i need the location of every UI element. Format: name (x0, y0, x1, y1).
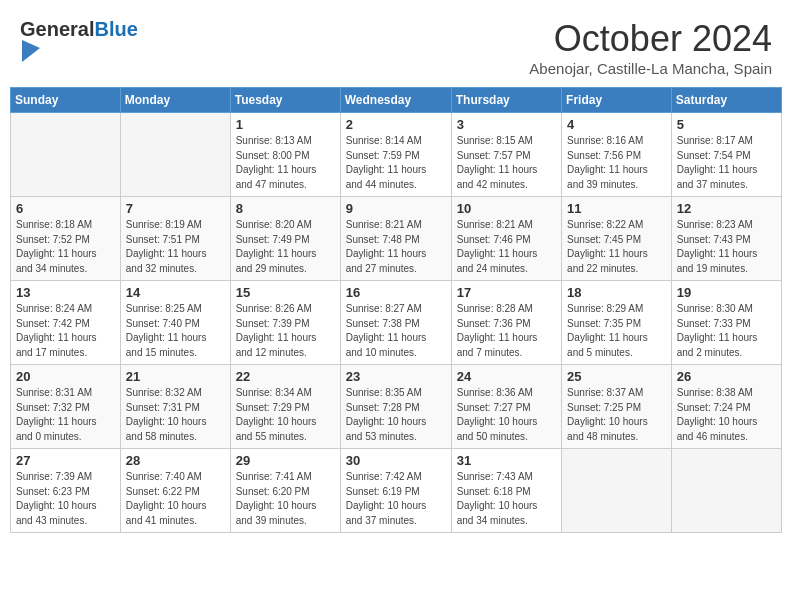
col-header-tuesday: Tuesday (230, 88, 340, 113)
header-row: SundayMondayTuesdayWednesdayThursdayFrid… (11, 88, 782, 113)
day-info: Sunrise: 8:27 AM Sunset: 7:38 PM Dayligh… (346, 302, 446, 360)
day-cell: 31Sunrise: 7:43 AM Sunset: 6:18 PM Dayli… (451, 449, 561, 533)
day-info: Sunrise: 8:26 AM Sunset: 7:39 PM Dayligh… (236, 302, 335, 360)
col-header-wednesday: Wednesday (340, 88, 451, 113)
day-cell: 26Sunrise: 8:38 AM Sunset: 7:24 PM Dayli… (671, 365, 781, 449)
day-number: 28 (126, 453, 225, 468)
day-info: Sunrise: 8:15 AM Sunset: 7:57 PM Dayligh… (457, 134, 556, 192)
day-cell: 4Sunrise: 8:16 AM Sunset: 7:56 PM Daylig… (562, 113, 672, 197)
svg-marker-0 (22, 40, 40, 62)
day-number: 31 (457, 453, 556, 468)
day-cell: 15Sunrise: 8:26 AM Sunset: 7:39 PM Dayli… (230, 281, 340, 365)
day-info: Sunrise: 7:42 AM Sunset: 6:19 PM Dayligh… (346, 470, 446, 528)
week-row-1: 1Sunrise: 8:13 AM Sunset: 8:00 PM Daylig… (11, 113, 782, 197)
day-number: 2 (346, 117, 446, 132)
day-cell (11, 113, 121, 197)
col-header-thursday: Thursday (451, 88, 561, 113)
day-number: 10 (457, 201, 556, 216)
day-info: Sunrise: 8:13 AM Sunset: 8:00 PM Dayligh… (236, 134, 335, 192)
day-info: Sunrise: 8:38 AM Sunset: 7:24 PM Dayligh… (677, 386, 776, 444)
day-number: 22 (236, 369, 335, 384)
month-title: October 2024 (529, 18, 772, 60)
day-cell: 11Sunrise: 8:22 AM Sunset: 7:45 PM Dayli… (562, 197, 672, 281)
day-number: 18 (567, 285, 666, 300)
day-info: Sunrise: 8:14 AM Sunset: 7:59 PM Dayligh… (346, 134, 446, 192)
day-cell (562, 449, 672, 533)
day-number: 21 (126, 369, 225, 384)
day-info: Sunrise: 8:19 AM Sunset: 7:51 PM Dayligh… (126, 218, 225, 276)
day-cell: 16Sunrise: 8:27 AM Sunset: 7:38 PM Dayli… (340, 281, 451, 365)
day-cell: 21Sunrise: 8:32 AM Sunset: 7:31 PM Dayli… (120, 365, 230, 449)
day-info: Sunrise: 8:31 AM Sunset: 7:32 PM Dayligh… (16, 386, 115, 444)
col-header-friday: Friday (562, 88, 672, 113)
day-cell: 14Sunrise: 8:25 AM Sunset: 7:40 PM Dayli… (120, 281, 230, 365)
title-area: October 2024 Abenojar, Castille-La Manch… (529, 18, 772, 77)
day-cell: 6Sunrise: 8:18 AM Sunset: 7:52 PM Daylig… (11, 197, 121, 281)
week-row-2: 6Sunrise: 8:18 AM Sunset: 7:52 PM Daylig… (11, 197, 782, 281)
day-number: 20 (16, 369, 115, 384)
col-header-saturday: Saturday (671, 88, 781, 113)
week-row-4: 20Sunrise: 8:31 AM Sunset: 7:32 PM Dayli… (11, 365, 782, 449)
day-cell: 13Sunrise: 8:24 AM Sunset: 7:42 PM Dayli… (11, 281, 121, 365)
day-number: 27 (16, 453, 115, 468)
page-header: GeneralBlue October 2024 Abenojar, Casti… (10, 10, 782, 83)
day-number: 1 (236, 117, 335, 132)
logo-text: GeneralBlue (20, 18, 138, 40)
day-info: Sunrise: 8:20 AM Sunset: 7:49 PM Dayligh… (236, 218, 335, 276)
day-info: Sunrise: 8:22 AM Sunset: 7:45 PM Dayligh… (567, 218, 666, 276)
week-row-3: 13Sunrise: 8:24 AM Sunset: 7:42 PM Dayli… (11, 281, 782, 365)
day-number: 13 (16, 285, 115, 300)
day-number: 7 (126, 201, 225, 216)
day-cell (120, 113, 230, 197)
day-cell: 19Sunrise: 8:30 AM Sunset: 7:33 PM Dayli… (671, 281, 781, 365)
day-info: Sunrise: 8:35 AM Sunset: 7:28 PM Dayligh… (346, 386, 446, 444)
day-number: 17 (457, 285, 556, 300)
day-info: Sunrise: 8:18 AM Sunset: 7:52 PM Dayligh… (16, 218, 115, 276)
day-info: Sunrise: 7:40 AM Sunset: 6:22 PM Dayligh… (126, 470, 225, 528)
day-number: 14 (126, 285, 225, 300)
day-number: 8 (236, 201, 335, 216)
day-cell: 8Sunrise: 8:20 AM Sunset: 7:49 PM Daylig… (230, 197, 340, 281)
day-number: 12 (677, 201, 776, 216)
day-info: Sunrise: 8:28 AM Sunset: 7:36 PM Dayligh… (457, 302, 556, 360)
day-info: Sunrise: 8:21 AM Sunset: 7:48 PM Dayligh… (346, 218, 446, 276)
day-cell: 30Sunrise: 7:42 AM Sunset: 6:19 PM Dayli… (340, 449, 451, 533)
day-number: 9 (346, 201, 446, 216)
day-info: Sunrise: 8:32 AM Sunset: 7:31 PM Dayligh… (126, 386, 225, 444)
day-cell: 5Sunrise: 8:17 AM Sunset: 7:54 PM Daylig… (671, 113, 781, 197)
day-cell: 12Sunrise: 8:23 AM Sunset: 7:43 PM Dayli… (671, 197, 781, 281)
day-info: Sunrise: 8:25 AM Sunset: 7:40 PM Dayligh… (126, 302, 225, 360)
day-info: Sunrise: 8:36 AM Sunset: 7:27 PM Dayligh… (457, 386, 556, 444)
location-title: Abenojar, Castille-La Mancha, Spain (529, 60, 772, 77)
day-number: 29 (236, 453, 335, 468)
day-number: 6 (16, 201, 115, 216)
logo-blue: Blue (94, 18, 137, 40)
col-header-sunday: Sunday (11, 88, 121, 113)
day-info: Sunrise: 7:41 AM Sunset: 6:20 PM Dayligh… (236, 470, 335, 528)
day-number: 5 (677, 117, 776, 132)
day-number: 30 (346, 453, 446, 468)
day-cell: 20Sunrise: 8:31 AM Sunset: 7:32 PM Dayli… (11, 365, 121, 449)
day-number: 23 (346, 369, 446, 384)
day-cell: 3Sunrise: 8:15 AM Sunset: 7:57 PM Daylig… (451, 113, 561, 197)
week-row-5: 27Sunrise: 7:39 AM Sunset: 6:23 PM Dayli… (11, 449, 782, 533)
col-header-monday: Monday (120, 88, 230, 113)
day-info: Sunrise: 8:23 AM Sunset: 7:43 PM Dayligh… (677, 218, 776, 276)
logo-icon (22, 40, 40, 62)
day-cell: 29Sunrise: 7:41 AM Sunset: 6:20 PM Dayli… (230, 449, 340, 533)
day-cell: 28Sunrise: 7:40 AM Sunset: 6:22 PM Dayli… (120, 449, 230, 533)
logo-general: General (20, 18, 94, 40)
calendar-table: SundayMondayTuesdayWednesdayThursdayFrid… (10, 87, 782, 533)
day-cell: 9Sunrise: 8:21 AM Sunset: 7:48 PM Daylig… (340, 197, 451, 281)
day-number: 24 (457, 369, 556, 384)
day-cell: 2Sunrise: 8:14 AM Sunset: 7:59 PM Daylig… (340, 113, 451, 197)
day-cell: 27Sunrise: 7:39 AM Sunset: 6:23 PM Dayli… (11, 449, 121, 533)
day-cell: 22Sunrise: 8:34 AM Sunset: 7:29 PM Dayli… (230, 365, 340, 449)
day-cell: 23Sunrise: 8:35 AM Sunset: 7:28 PM Dayli… (340, 365, 451, 449)
day-info: Sunrise: 8:37 AM Sunset: 7:25 PM Dayligh… (567, 386, 666, 444)
day-number: 4 (567, 117, 666, 132)
day-info: Sunrise: 8:21 AM Sunset: 7:46 PM Dayligh… (457, 218, 556, 276)
day-number: 19 (677, 285, 776, 300)
logo: GeneralBlue (20, 18, 138, 66)
day-number: 3 (457, 117, 556, 132)
